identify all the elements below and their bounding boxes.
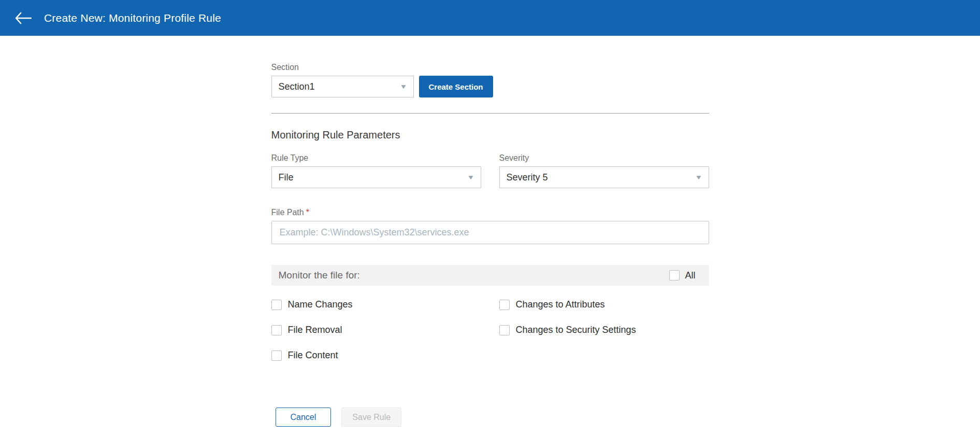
option-file-content: File Content — [271, 350, 481, 361]
checkbox-label: Changes to Security Settings — [516, 325, 636, 335]
section-label: Section — [271, 63, 709, 72]
required-asterisk: * — [306, 208, 309, 217]
form-actions: Cancel Save Rule — [276, 408, 709, 427]
severity-label: Severity — [499, 153, 709, 163]
severity-select-value: Severity 5 — [507, 172, 548, 183]
checkbox-changes-to-attributes[interactable] — [499, 300, 510, 310]
option-changes-to-security-settings: Changes to Security Settings — [499, 325, 709, 335]
checkbox-label: Name Changes — [288, 299, 353, 310]
option-name-changes: Name Changes — [271, 299, 481, 310]
monitor-heading: Monitor the file for: — [279, 270, 360, 281]
create-section-button[interactable]: Create Section — [419, 76, 493, 97]
parameters-row: Rule Type File ▼ Severity Severity 5 ▼ — [271, 153, 709, 188]
section-row: Section1 ▼ Create Section — [271, 76, 709, 97]
monitor-band: Monitor the file for: All — [271, 265, 709, 286]
parameters-heading: Monitoring Rule Parameters — [271, 129, 709, 141]
checkbox-name-changes[interactable] — [271, 300, 282, 310]
section-divider — [271, 113, 709, 114]
option-file-removal: File Removal — [271, 325, 481, 335]
rule-type-select[interactable]: File ▼ — [271, 166, 481, 188]
file-path-input[interactable] — [271, 221, 709, 244]
file-path-label: File Path* — [271, 208, 709, 217]
file-path-block: File Path* — [271, 208, 709, 244]
cancel-button[interactable]: Cancel — [276, 408, 332, 427]
checkbox-file-removal[interactable] — [271, 325, 282, 335]
checkbox-all-label: All — [685, 270, 695, 281]
section-select[interactable]: Section1 ▼ — [271, 76, 414, 97]
back-button[interactable] — [12, 10, 34, 26]
rule-type-label: Rule Type — [271, 153, 481, 163]
severity-select[interactable]: Severity 5 ▼ — [499, 166, 709, 188]
file-path-label-text: File Path — [271, 208, 304, 217]
checkbox-label: Changes to Attributes — [516, 299, 605, 310]
rule-type-select-value: File — [279, 172, 294, 183]
app-header: Create New: Monitoring Profile Rule — [0, 0, 980, 36]
all-option: All — [669, 270, 695, 281]
checkbox-changes-to-security-settings[interactable] — [499, 325, 510, 335]
chevron-down-icon: ▼ — [399, 83, 407, 90]
arrow-left-icon — [15, 12, 32, 24]
save-rule-button[interactable]: Save Rule — [341, 408, 401, 427]
checkbox-file-content[interactable] — [271, 350, 282, 361]
page-title: Create New: Monitoring Profile Rule — [44, 12, 221, 24]
chevron-down-icon: ▼ — [467, 174, 474, 181]
monitor-options: Name Changes File Removal File Content C… — [271, 299, 709, 375]
form-container: Section Section1 ▼ Create Section Monito… — [271, 36, 709, 427]
checkbox-label: File Removal — [288, 325, 342, 335]
chevron-down-icon: ▼ — [695, 174, 702, 181]
section-select-value: Section1 — [279, 81, 315, 92]
checkbox-all[interactable] — [669, 270, 680, 280]
checkbox-label: File Content — [288, 350, 338, 361]
option-changes-to-attributes: Changes to Attributes — [499, 299, 709, 310]
